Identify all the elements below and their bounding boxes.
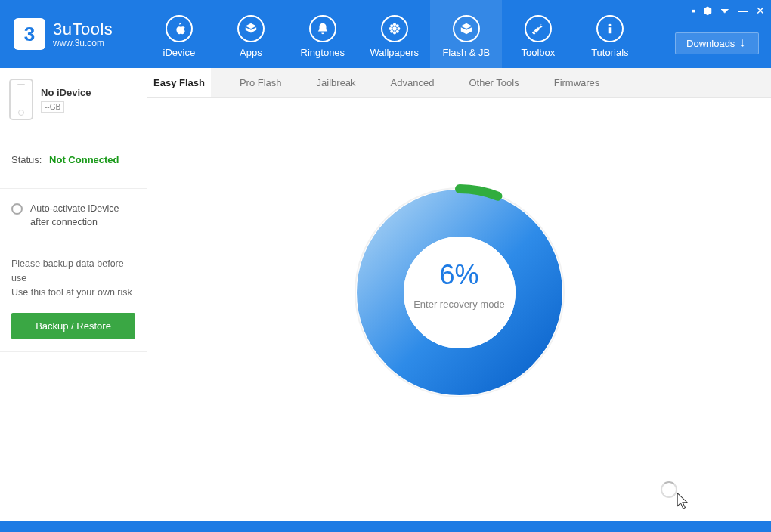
pin-icon[interactable]: ⏷ xyxy=(720,5,730,17)
svg-point-1 xyxy=(393,23,396,26)
svg-point-4 xyxy=(397,26,400,29)
logo-badge: 3 xyxy=(14,18,45,50)
window-controls: ▪ ⬢ ⏷ — ✕ xyxy=(692,5,765,17)
auto-activate-label: Auto-activate iDevice after connection xyxy=(30,203,135,229)
top-nav: iDeviceAppsRingtonesWallpapersFlash & JB… xyxy=(143,0,646,68)
progress-label: Enter recovery mode xyxy=(404,298,516,310)
warn-line-1: Please backup data before use xyxy=(11,257,135,286)
nav-item-toolbox[interactable]: Toolbox xyxy=(502,0,574,68)
nav-label: Toolbox xyxy=(521,47,555,58)
nav-label: Flash & JB xyxy=(442,47,490,58)
loading-spinner-icon xyxy=(661,481,677,498)
info-icon xyxy=(596,15,624,42)
svg-point-0 xyxy=(392,26,396,30)
sidebar: No iDevice --GB Status: Not Connected Au… xyxy=(0,68,147,521)
subtab-advanced[interactable]: Advanced xyxy=(385,68,441,97)
nav-item-apps[interactable]: Apps xyxy=(215,0,286,68)
nav-item-wallpapers[interactable]: Wallpapers xyxy=(358,0,430,68)
subtab-firmwares[interactable]: Firmwares xyxy=(548,68,606,97)
phone-icon xyxy=(9,79,33,120)
subtab-jailbreak[interactable]: Jailbreak xyxy=(311,68,362,97)
subtab-easy-flash[interactable]: Easy Flash xyxy=(147,68,211,97)
status-block: Status: Not Connected xyxy=(0,131,147,189)
flower-icon xyxy=(381,15,408,42)
svg-point-5 xyxy=(390,24,393,27)
status-value: Not Connected xyxy=(49,154,119,165)
nav-item-idevice[interactable]: iDevice xyxy=(143,0,215,68)
minimize-icon[interactable]: — xyxy=(738,5,748,17)
device-title: No iDevice xyxy=(41,87,91,98)
nav-label: iDevice xyxy=(163,47,196,58)
device-block: No iDevice --GB xyxy=(0,68,147,131)
backup-section: Please backup data before use Use this t… xyxy=(0,243,147,352)
donut-center: 6% Enter recovery mode xyxy=(404,237,516,348)
nav-label: Wallpapers xyxy=(370,47,420,58)
logo-block: 3 3uTools www.3u.com xyxy=(14,18,113,50)
backup-restore-button[interactable]: Backup / Restore xyxy=(11,313,135,339)
svg-point-7 xyxy=(390,29,393,32)
device-info: No iDevice --GB xyxy=(41,87,91,113)
auto-activate-radio[interactable] xyxy=(11,203,23,215)
subtab-pro-flash[interactable]: Pro Flash xyxy=(234,68,288,97)
apps-icon xyxy=(237,15,265,42)
subtab-other-tools[interactable]: Other Tools xyxy=(463,68,525,97)
donut-ring: 6% Enter recovery mode xyxy=(350,183,569,402)
main-area: 6% Enter recovery mode xyxy=(147,98,771,521)
box-icon xyxy=(453,15,480,42)
svg-point-3 xyxy=(389,26,392,29)
nav-item-ringtones[interactable]: Ringtones xyxy=(286,0,358,68)
app-title: 3uTools xyxy=(53,20,113,39)
nav-label: Tutorials xyxy=(591,47,628,58)
bottom-bar xyxy=(0,521,771,532)
device-storage: --GB xyxy=(41,101,64,113)
downloads-label: Downloads xyxy=(686,38,735,49)
apple-icon xyxy=(166,15,193,42)
bell-icon xyxy=(309,15,336,42)
app-header: 3 3uTools www.3u.com iDeviceAppsRingtone… xyxy=(0,0,771,68)
nav-label: Ringtones xyxy=(301,47,345,58)
svg-point-8 xyxy=(396,29,399,32)
nav-item-flash-jb[interactable]: Flash & JB xyxy=(430,0,502,68)
nav-label: Apps xyxy=(240,47,262,58)
status-label: Status: xyxy=(11,154,42,165)
warn-line-2: Use this tool at your own risk xyxy=(11,286,135,300)
nav-item-tutorials[interactable]: Tutorials xyxy=(574,0,646,68)
logo-text: 3uTools www.3u.com xyxy=(53,20,113,48)
tools-icon xyxy=(525,15,552,42)
download-icon: ⭳ xyxy=(738,38,748,49)
chat-icon[interactable]: ▪ xyxy=(692,5,695,17)
close-icon[interactable]: ✕ xyxy=(756,5,765,17)
progress-percent: 6% xyxy=(404,259,516,291)
cursor-icon xyxy=(676,492,689,510)
downloads-button[interactable]: Downloads ⭳ xyxy=(675,32,759,54)
svg-point-6 xyxy=(396,24,399,27)
svg-point-2 xyxy=(393,31,396,34)
app-subtitle: www.3u.com xyxy=(53,38,113,48)
auto-activate-block: Auto-activate iDevice after connection xyxy=(0,189,147,243)
progress-donut: 6% Enter recovery mode xyxy=(350,183,569,402)
warn-block: Please backup data before use Use this t… xyxy=(0,243,147,307)
tshirt-icon[interactable]: ⬢ xyxy=(703,5,712,17)
